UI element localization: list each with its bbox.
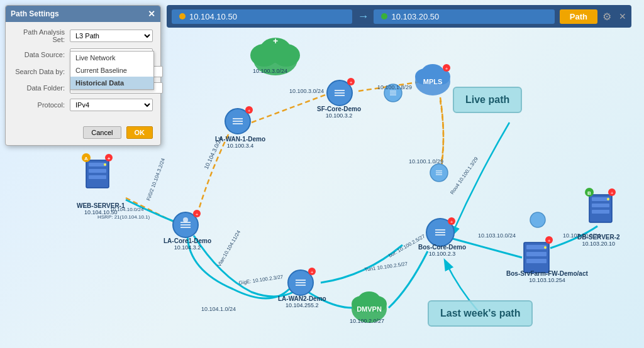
svg-text:B: B (587, 190, 591, 196)
svg-rect-47 (526, 259, 547, 263)
arrow-icon: → (357, 10, 369, 23)
live-path-legend: Live path (453, 87, 522, 113)
protocol-row: Protocol: IPv4 (13, 99, 153, 111)
svg-text:Vlan:10.104.11/24: Vlan:10.104.11/24 (216, 229, 242, 268)
svg-rect-8 (89, 175, 106, 179)
svg-text:Fi/0/2 10.104.3.2/24: Fi/0/2 10.104.3.2/24 (145, 157, 166, 201)
svg-text:+: + (350, 80, 353, 85)
svg-point-9 (104, 163, 106, 166)
svg-text:DMVPN: DMVPN (357, 305, 382, 313)
last-week-path-legend: Last week's path (428, 300, 533, 327)
svg-text:GigE: 10.100.2.3/27: GigE: 10.100.2.3/27 (238, 274, 284, 286)
svg-rect-53 (592, 204, 609, 207)
svg-rect-45 (526, 245, 547, 249)
data-source-dropdown: Live Network Current Baseline Historical… (70, 51, 154, 90)
dropdown-historical-data[interactable]: Historical Data (70, 77, 153, 89)
svg-text:+: + (445, 66, 448, 72)
path-settings-close-icon[interactable]: ✕ (148, 9, 155, 19)
svg-rect-46 (526, 252, 547, 256)
path-analysis-select[interactable]: L3 Path (70, 30, 153, 42)
dest-ip-display: 10.103.20.50 (374, 9, 554, 24)
dst-ip-text: 10.103.20.50 (391, 12, 439, 21)
path-analysis-set-row: Path Analysis Set: L3 Path (13, 28, 153, 43)
protocol-label: Protocol: (13, 101, 70, 109)
svg-rect-6 (89, 163, 106, 166)
svg-text:10.103.20.0/24: 10.103.20.0/24 (563, 232, 601, 239)
gear-icon[interactable]: ⚙ (602, 11, 611, 23)
svg-text:A: A (84, 156, 88, 161)
svg-text:10.100.1.0/29: 10.100.1.0/29 (409, 158, 443, 165)
svg-text:10.104.1.0/24: 10.104.1.0/24 (201, 306, 236, 312)
dropdown-current-baseline[interactable]: Current Baseline (70, 64, 153, 77)
svg-text:10.100.1.8/29: 10.100.1.8/29 (377, 84, 412, 90)
svg-text:HSRP: 21(10.104.10.1): HSRP: 21(10.104.10.1) (97, 214, 150, 220)
svg-point-48 (544, 246, 547, 249)
svg-text:+: + (611, 190, 614, 196)
svg-text:+: + (108, 156, 111, 161)
svg-point-15 (183, 217, 188, 222)
topbar-close-icon[interactable]: ✕ (619, 11, 626, 21)
svg-text:Rou4 10.100.1.3/29: Rou4 10.100.1.3/29 (449, 156, 479, 195)
src-dot (179, 13, 186, 19)
search-data-label: Search Data by: (13, 68, 70, 75)
path-settings-title: Path Settings (11, 9, 59, 18)
live-path-text: Live path (465, 94, 509, 105)
src-ip-text: 10.104.10.50 (189, 12, 237, 21)
svg-text:+: + (273, 36, 278, 46)
svg-text:+: + (450, 219, 453, 225)
svg-rect-52 (592, 197, 609, 201)
protocol-select[interactable]: IPv4 (70, 99, 153, 111)
path-settings-header: Path Settings ✕ (6, 6, 160, 22)
svg-text:+: + (196, 212, 199, 217)
svg-text:+: + (311, 269, 314, 275)
svg-text:+: + (548, 238, 551, 244)
data-source-label: Data Source: (13, 51, 70, 58)
svg-point-55 (607, 198, 609, 200)
svg-text:Tun1 10.100.2.5/27: Tun1 10.100.2.5/27 (364, 261, 408, 273)
source-ip-display: 10.104.10.50 (172, 9, 352, 24)
path-analysis-label: Path Analysis Set: (13, 28, 70, 43)
svg-text:10.103.10.0/24: 10.103.10.0/24 (478, 232, 516, 239)
svg-rect-54 (592, 210, 609, 214)
svg-text:bur: 10.100.2.5/27: bur: 10.100.2.5/27 (388, 233, 426, 259)
svg-text:10.100.3.0/24: 10.100.3.0/24 (289, 88, 324, 94)
dropdown-live-network[interactable]: Live Network (70, 52, 153, 64)
svg-text:10.104.10.0/24: 10.104.10.0/24 (110, 207, 144, 212)
svg-text:+: + (248, 108, 251, 114)
svg-point-60 (530, 212, 545, 227)
ok-button[interactable]: OK (126, 126, 153, 139)
data-folder-label: Data Folder: (13, 84, 70, 92)
top-bar: 10.104.10.50 → 10.103.20.50 Path ⚙ ✕ (167, 5, 631, 28)
path-settings-panel: Path Settings ✕ Path Analysis Set: L3 Pa… (5, 5, 161, 146)
dst-dot (381, 13, 387, 19)
path-button[interactable]: Path (560, 9, 597, 24)
cancel-button[interactable]: Cancel (83, 126, 121, 139)
path-settings-footer: Cancel OK (6, 122, 160, 145)
svg-rect-7 (89, 169, 106, 173)
last-week-path-text: Last week's path (440, 308, 520, 318)
svg-text:MPLS: MPLS (423, 78, 443, 85)
